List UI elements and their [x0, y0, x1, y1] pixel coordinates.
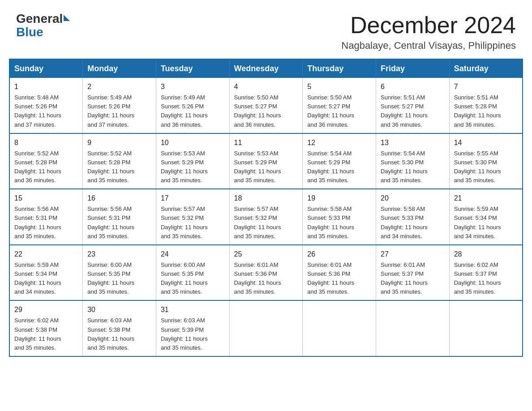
calendar-cell: 27Sunrise: 6:01 AM Sunset: 5:37 PM Dayli…: [376, 245, 450, 301]
calendar-cell: 1Sunrise: 5:48 AM Sunset: 5:26 PM Daylig…: [9, 78, 83, 133]
day-number: 14: [454, 137, 518, 148]
dow-header-wednesday: Wednesday: [229, 59, 303, 78]
day-number: 24: [161, 249, 225, 260]
dow-header-sunday: Sunday: [9, 59, 83, 78]
day-info: Sunrise: 5:48 AM Sunset: 5:26 PM Dayligh…: [14, 93, 78, 129]
day-number: 10: [161, 137, 225, 148]
calendar-week-5: 29Sunrise: 6:02 AM Sunset: 5:38 PM Dayli…: [9, 300, 523, 356]
day-info: Sunrise: 5:57 AM Sunset: 5:32 PM Dayligh…: [161, 205, 225, 241]
calendar-cell: 22Sunrise: 5:59 AM Sunset: 5:34 PM Dayli…: [9, 245, 83, 301]
dow-header-saturday: Saturday: [449, 59, 523, 78]
calendar-cell: 12Sunrise: 5:54 AM Sunset: 5:29 PM Dayli…: [303, 133, 376, 189]
calendar-week-4: 22Sunrise: 5:59 AM Sunset: 5:34 PM Dayli…: [9, 245, 523, 301]
calendar-cell: 28Sunrise: 6:02 AM Sunset: 5:37 PM Dayli…: [449, 245, 523, 301]
day-info: Sunrise: 5:51 AM Sunset: 5:27 PM Dayligh…: [381, 93, 445, 129]
calendar-cell: [376, 300, 450, 356]
day-number: 3: [161, 81, 225, 92]
logo-general-text: General: [16, 13, 63, 25]
dow-header-tuesday: Tuesday: [156, 59, 229, 78]
calendar-wrap: SundayMondayTuesdayWednesdayThursdayFrid…: [0, 59, 532, 366]
calendar-week-1: 1Sunrise: 5:48 AM Sunset: 5:26 PM Daylig…: [9, 78, 523, 133]
calendar-cell: 25Sunrise: 6:01 AM Sunset: 5:36 PM Dayli…: [229, 245, 303, 301]
calendar-cell: 11Sunrise: 5:53 AM Sunset: 5:29 PM Dayli…: [229, 133, 303, 189]
day-info: Sunrise: 5:52 AM Sunset: 5:28 PM Dayligh…: [14, 149, 78, 185]
calendar-cell: 18Sunrise: 5:57 AM Sunset: 5:32 PM Dayli…: [229, 189, 303, 245]
day-info: Sunrise: 6:00 AM Sunset: 5:35 PM Dayligh…: [87, 261, 151, 297]
calendar-cell: 5Sunrise: 5:50 AM Sunset: 5:27 PM Daylig…: [303, 78, 376, 133]
day-info: Sunrise: 5:52 AM Sunset: 5:28 PM Dayligh…: [87, 149, 151, 185]
day-info: Sunrise: 6:03 AM Sunset: 5:39 PM Dayligh…: [161, 316, 225, 352]
day-info: Sunrise: 5:53 AM Sunset: 5:29 PM Dayligh…: [234, 149, 298, 185]
day-number: 4: [234, 81, 298, 92]
calendar-cell: [449, 300, 523, 356]
day-number: 12: [307, 137, 371, 148]
calendar-cell: 6Sunrise: 5:51 AM Sunset: 5:27 PM Daylig…: [376, 78, 450, 133]
day-info: Sunrise: 5:49 AM Sunset: 5:26 PM Dayligh…: [161, 93, 225, 129]
calendar-week-3: 15Sunrise: 5:56 AM Sunset: 5:31 PM Dayli…: [9, 189, 523, 245]
day-info: Sunrise: 5:57 AM Sunset: 5:32 PM Dayligh…: [234, 205, 298, 241]
day-number: 15: [14, 193, 78, 204]
day-info: Sunrise: 6:02 AM Sunset: 5:37 PM Dayligh…: [454, 261, 518, 297]
calendar-cell: 15Sunrise: 5:56 AM Sunset: 5:31 PM Dayli…: [9, 189, 83, 245]
day-number: 29: [14, 304, 78, 315]
day-info: Sunrise: 5:59 AM Sunset: 5:34 PM Dayligh…: [454, 205, 518, 241]
calendar-cell: 16Sunrise: 5:56 AM Sunset: 5:31 PM Dayli…: [83, 189, 156, 245]
calendar-cell: 10Sunrise: 5:53 AM Sunset: 5:29 PM Dayli…: [156, 133, 229, 189]
day-info: Sunrise: 6:01 AM Sunset: 5:36 PM Dayligh…: [234, 261, 298, 297]
dow-header-thursday: Thursday: [303, 59, 376, 78]
day-number: 11: [234, 137, 298, 148]
logo-arrow-icon: [64, 15, 70, 21]
day-number: 23: [87, 249, 151, 260]
day-info: Sunrise: 6:02 AM Sunset: 5:38 PM Dayligh…: [14, 316, 78, 352]
calendar-week-2: 8Sunrise: 5:52 AM Sunset: 5:28 PM Daylig…: [9, 133, 523, 189]
day-info: Sunrise: 5:54 AM Sunset: 5:30 PM Dayligh…: [381, 149, 445, 185]
day-number: 6: [381, 81, 445, 92]
day-number: 25: [234, 249, 298, 260]
logo: General Blue: [16, 13, 70, 39]
calendar-cell: 21Sunrise: 5:59 AM Sunset: 5:34 PM Dayli…: [449, 189, 523, 245]
calendar-cell: 19Sunrise: 5:58 AM Sunset: 5:33 PM Dayli…: [303, 189, 376, 245]
calendar-cell: [229, 300, 303, 356]
calendar-cell: 14Sunrise: 5:55 AM Sunset: 5:30 PM Dayli…: [449, 133, 523, 189]
calendar-cell: 2Sunrise: 5:49 AM Sunset: 5:26 PM Daylig…: [83, 78, 156, 133]
day-info: Sunrise: 5:49 AM Sunset: 5:26 PM Dayligh…: [87, 93, 151, 129]
day-number: 19: [307, 193, 371, 204]
day-info: Sunrise: 5:58 AM Sunset: 5:33 PM Dayligh…: [307, 205, 371, 241]
day-info: Sunrise: 5:50 AM Sunset: 5:27 PM Dayligh…: [307, 93, 371, 129]
day-number: 22: [14, 249, 78, 260]
calendar-cell: 30Sunrise: 6:03 AM Sunset: 5:38 PM Dayli…: [83, 300, 156, 356]
calendar-cell: 17Sunrise: 5:57 AM Sunset: 5:32 PM Dayli…: [156, 189, 229, 245]
day-number: 21: [454, 193, 518, 204]
day-number: 13: [381, 137, 445, 148]
calendar-cell: 20Sunrise: 5:58 AM Sunset: 5:33 PM Dayli…: [376, 189, 450, 245]
day-number: 30: [87, 304, 151, 315]
day-number: 1: [14, 81, 78, 92]
calendar-table: SundayMondayTuesdayWednesdayThursdayFrid…: [9, 59, 523, 357]
day-info: Sunrise: 5:55 AM Sunset: 5:30 PM Dayligh…: [454, 149, 518, 185]
day-info: Sunrise: 5:54 AM Sunset: 5:29 PM Dayligh…: [307, 149, 371, 185]
calendar-cell: 3Sunrise: 5:49 AM Sunset: 5:26 PM Daylig…: [156, 78, 229, 133]
day-number: 18: [234, 193, 298, 204]
calendar-cell: 4Sunrise: 5:50 AM Sunset: 5:27 PM Daylig…: [229, 78, 303, 133]
day-number: 16: [87, 193, 151, 204]
dow-header-monday: Monday: [83, 59, 156, 78]
day-number: 20: [381, 193, 445, 204]
day-number: 26: [307, 249, 371, 260]
day-number: 9: [87, 137, 151, 148]
day-info: Sunrise: 6:00 AM Sunset: 5:35 PM Dayligh…: [161, 261, 225, 297]
day-info: Sunrise: 5:53 AM Sunset: 5:29 PM Dayligh…: [161, 149, 225, 185]
calendar-cell: 7Sunrise: 5:51 AM Sunset: 5:28 PM Daylig…: [449, 78, 523, 133]
logo-blue-text: Blue: [16, 25, 43, 39]
day-number: 2: [87, 81, 151, 92]
calendar-cell: 23Sunrise: 6:00 AM Sunset: 5:35 PM Dayli…: [83, 245, 156, 301]
day-number: 8: [14, 137, 78, 148]
day-info: Sunrise: 5:56 AM Sunset: 5:31 PM Dayligh…: [14, 205, 78, 241]
header: General Blue December 2024 Nagbalaye, Ce…: [0, 0, 532, 59]
day-info: Sunrise: 5:56 AM Sunset: 5:31 PM Dayligh…: [87, 205, 151, 241]
day-info: Sunrise: 5:58 AM Sunset: 5:33 PM Dayligh…: [381, 205, 445, 241]
day-info: Sunrise: 6:01 AM Sunset: 5:36 PM Dayligh…: [307, 261, 371, 297]
location-title: Nagbalaye, Central Visayas, Philippines: [341, 40, 516, 51]
day-number: 27: [381, 249, 445, 260]
day-info: Sunrise: 6:01 AM Sunset: 5:37 PM Dayligh…: [381, 261, 445, 297]
title-block: December 2024 Nagbalaye, Central Visayas…: [341, 13, 516, 51]
